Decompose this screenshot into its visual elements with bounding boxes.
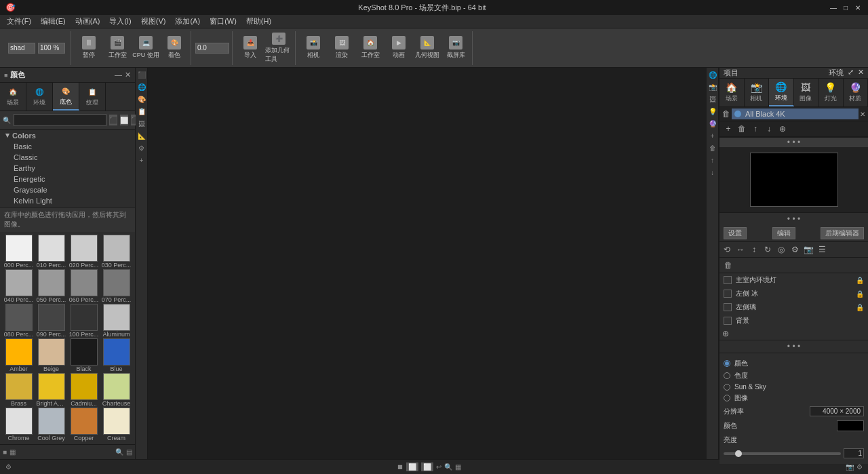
swatch-050[interactable]: 050 Perc... — [35, 269, 67, 303]
status-stop-icon[interactable]: ⏹ — [397, 463, 403, 471]
menu-add[interactable]: 添加(A) — [171, 15, 204, 28]
tab-color[interactable]: 🎨 底色 — [53, 83, 79, 111]
edit-button[interactable]: 编辑 — [772, 227, 795, 239]
right-tab-camera[interactable]: 📸 相机 — [745, 79, 770, 106]
resolution-input[interactable] — [810, 406, 864, 416]
env-btn-remove[interactable]: 🗑 — [736, 123, 748, 135]
tab-scene[interactable]: 🏠 场景 — [0, 83, 26, 111]
menu-file[interactable]: 文件(F) — [3, 15, 35, 28]
swatch-090[interactable]: 090 Perc... — [35, 304, 67, 338]
studio-button[interactable]: 🎬 工作室 — [104, 33, 131, 64]
radio-saturation[interactable]: 色度 — [724, 370, 864, 382]
menu-animate[interactable]: 动画(A) — [71, 15, 104, 28]
right-sidebar-icon-down[interactable]: ↓ — [707, 167, 718, 178]
swatch-amber[interactable]: Amber — [3, 338, 35, 372]
status-view2-icon[interactable]: ⬜ — [421, 462, 433, 471]
menu-edit[interactable]: 编辑(E) — [37, 15, 70, 28]
radio-color[interactable]: 颜色 — [724, 357, 864, 370]
status-camera2-icon[interactable]: 📷 — [846, 463, 854, 471]
pause-button[interactable]: ⏸ 暂停 — [75, 33, 102, 64]
color-picker[interactable] — [837, 420, 864, 431]
right-sidebar-icon-up[interactable]: ↑ — [707, 155, 718, 165]
settings-button[interactable]: 设置 — [724, 227, 747, 239]
tree-item-basic[interactable]: Basic — [0, 141, 135, 152]
light-item-background[interactable]: 背景 — [719, 314, 868, 328]
env-item-close-icon[interactable]: ✕ — [860, 111, 865, 118]
status-view1-icon[interactable]: ⬜ — [406, 462, 418, 471]
env-btn-add[interactable]: + — [722, 123, 734, 135]
menu-window[interactable]: 窗口(W) — [205, 15, 241, 28]
sub-icon-target[interactable]: ◎ — [775, 243, 787, 256]
render-button[interactable]: 🖼 渲染 — [328, 33, 355, 64]
sidebar-icon-3[interactable]: 🎨 — [136, 94, 147, 104]
studio2-button[interactable]: 🏠 工作室 — [357, 33, 384, 64]
sub-icon-camera[interactable]: 📷 — [802, 243, 814, 256]
env-btn-up[interactable]: ↑ — [749, 123, 762, 135]
panel-minimize-icon[interactable]: — — [115, 71, 122, 79]
sidebar-icon-8[interactable]: + — [136, 155, 147, 165]
right-sidebar-icon-2[interactable]: 📸 — [707, 81, 718, 92]
sidebar-icon-7[interactable]: ⚙ — [136, 142, 147, 153]
swatch-080[interactable]: 080 Perc... — [3, 304, 35, 338]
swatch-070[interactable]: 070 Perc... — [100, 269, 132, 303]
geoview-button[interactable]: 📐 几何视图 — [414, 33, 441, 64]
shad-input[interactable] — [8, 43, 35, 54]
maximize-button[interactable]: □ — [841, 3, 850, 12]
bottom-icon2[interactable]: ▦ — [9, 448, 16, 456]
right-panel-expand-icon[interactable]: ⤢ — [848, 68, 854, 78]
env-list-icon-trash[interactable]: 🗑 — [722, 109, 730, 119]
value-input[interactable] — [195, 43, 229, 54]
swatch-cadmium[interactable]: Cadmiu... — [68, 373, 100, 407]
right-sidebar-icon-3[interactable]: 🖼 — [707, 94, 718, 104]
swatch-black[interactable]: Black — [68, 338, 100, 372]
light-item-left-glass[interactable]: 左侧璃 🔒 — [719, 300, 868, 314]
status-grid-icon[interactable]: ▦ — [455, 463, 461, 471]
animation-button[interactable]: ▶ 动画 — [385, 33, 412, 64]
right-sidebar-icon-trash[interactable]: 🗑 — [707, 142, 718, 153]
import-button[interactable]: 📥 导入 — [237, 33, 264, 64]
sub-icon-list[interactable]: ☰ — [816, 243, 828, 256]
status-settings2-icon[interactable]: ⚙ — [856, 463, 863, 471]
search-btn1[interactable]: ⬛ — [109, 115, 117, 125]
tree-item-energetic[interactable]: Energetic — [0, 174, 135, 184]
right-sidebar-icon-1[interactable]: 🌐 — [707, 69, 718, 80]
brightness-track[interactable] — [724, 452, 841, 455]
env-btn-crosshair[interactable]: ⊕ — [776, 123, 789, 135]
menu-view[interactable]: 视图(V) — [137, 15, 170, 28]
status-undo-icon[interactable]: ↩ — [436, 463, 441, 471]
shader-button[interactable]: 🎨 着色 — [161, 33, 188, 64]
radio-sun-sky-dot[interactable] — [724, 384, 730, 391]
right-panel-close-icon[interactable]: ✕ — [858, 68, 864, 78]
radio-sun-sky[interactable]: Sun & Sky — [724, 382, 864, 392]
tab-texture[interactable]: 📋 纹理 — [79, 83, 106, 111]
zoom-input[interactable] — [38, 43, 65, 54]
sub-icon-rotate-cw[interactable]: ↻ — [762, 243, 774, 256]
bottom-filter-icon[interactable]: ▤ — [126, 448, 132, 456]
radio-saturation-dot[interactable] — [724, 372, 730, 379]
menu-help[interactable]: 帮助(H) — [242, 15, 275, 28]
right-tab-light[interactable]: 💡 灯光 — [818, 79, 844, 106]
swatch-brass[interactable]: Brass — [3, 373, 35, 407]
radio-image-dot[interactable] — [724, 395, 730, 401]
tree-item-grayscale[interactable]: Grayscale — [0, 184, 135, 195]
swatch-blue[interactable]: Blue — [100, 338, 132, 372]
right-tab-image[interactable]: 🖼 图像 — [794, 79, 819, 106]
brightness-value-input[interactable] — [844, 448, 864, 458]
camera-button[interactable]: 📸 相机 — [300, 33, 327, 64]
radio-color-dot[interactable] — [724, 360, 730, 367]
swatch-aluminum[interactable]: Aluminum — [100, 304, 132, 338]
swatch-010[interactable]: 010 Perc... — [35, 235, 67, 269]
swatch-cream[interactable]: Cream — [100, 408, 132, 441]
right-tab-material[interactable]: 🔮 材质 — [844, 79, 869, 106]
right-sidebar-icon-add[interactable]: + — [707, 130, 718, 141]
sidebar-icon-1[interactable]: ⬛ — [136, 69, 147, 80]
minimize-button[interactable]: — — [829, 3, 838, 12]
cpu-button[interactable]: 💻 CPU 使用 — [132, 33, 159, 64]
swatch-030[interactable]: 030 Perc... — [100, 235, 132, 269]
search-btn2[interactable]: ⬜ — [120, 115, 128, 125]
light-checkbox-ice[interactable] — [724, 290, 732, 298]
right-sidebar-icon-5[interactable]: 🔮 — [707, 118, 718, 129]
light-checkbox-glass[interactable] — [724, 303, 732, 311]
swatch-chrome[interactable]: Chrome — [3, 408, 35, 441]
swatch-000[interactable]: 000 Perc... — [3, 235, 35, 269]
